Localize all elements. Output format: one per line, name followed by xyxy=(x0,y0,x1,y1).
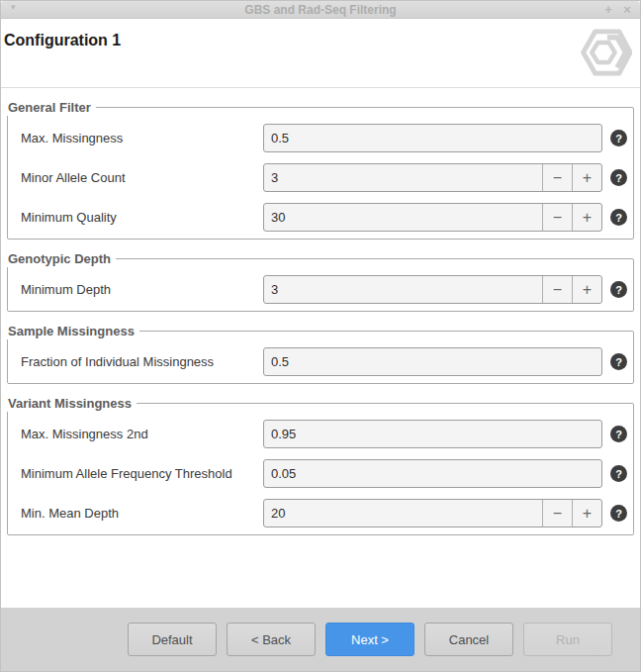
form-row-min-mean-depth: Min. Mean Depth − + ? xyxy=(14,499,627,528)
default-button[interactable]: Default xyxy=(128,623,217,656)
help-icon[interactable]: ? xyxy=(610,353,627,370)
max-missingness-2nd-field xyxy=(263,420,602,448)
run-button: Run xyxy=(523,623,612,656)
titlebar: ▾ GBS and Rad-Seq Filtering + × xyxy=(1,1,640,19)
field-label: Minor Allele Count xyxy=(14,170,263,185)
minor-allele-count-spinbox: − + xyxy=(263,163,602,192)
help-icon[interactable]: ? xyxy=(610,130,627,146)
min-allele-frequency-threshold-field xyxy=(263,459,602,488)
form-content: General Filter Max. Missingness ? Minor … xyxy=(1,88,640,608)
form-row-max-missingness: Max. Missingness ? xyxy=(14,124,627,152)
form-row-minimum-depth: Minimum Depth − + ? xyxy=(14,275,627,304)
minimum-depth-spinbox: − + xyxy=(263,275,602,304)
help-icon[interactable]: ? xyxy=(610,505,627,522)
min-mean-depth-input[interactable] xyxy=(264,500,542,527)
form-row-max-missingness-2nd: Max. Missingness 2nd ? xyxy=(14,420,627,448)
group-legend: Variant Missingness xyxy=(7,395,137,412)
increment-button[interactable]: + xyxy=(572,204,601,231)
form-row-minimum-quality: Minimum Quality − + ? xyxy=(14,203,627,232)
max-missingness-field xyxy=(263,124,602,152)
help-icon[interactable]: ? xyxy=(610,281,627,298)
maximize-icon[interactable]: + xyxy=(600,1,616,19)
increment-button[interactable]: + xyxy=(572,500,601,527)
decrement-button[interactable]: − xyxy=(542,276,572,303)
field-label: Minimum Quality xyxy=(14,210,263,225)
field-label: Minimum Allele Frequency Threshold xyxy=(14,466,263,481)
group-legend: Genotypic Depth xyxy=(7,250,116,267)
group-legend: Sample Missingness xyxy=(7,323,139,339)
group-genotypic-depth: Genotypic Depth Minimum Depth − + ? xyxy=(7,258,634,312)
fraction-individual-missingness-input[interactable] xyxy=(264,348,601,375)
next-button[interactable]: Next > xyxy=(325,623,414,656)
help-icon[interactable]: ? xyxy=(610,465,627,482)
minimum-quality-spinbox: − + xyxy=(263,203,602,232)
group-variant-missingness: Variant Missingness Max. Missingness 2nd… xyxy=(7,403,634,535)
group-legend: General Filter xyxy=(7,99,96,116)
close-icon[interactable]: × xyxy=(619,1,635,19)
form-row-min-allele-frequency-threshold: Minimum Allele Frequency Threshold ? xyxy=(14,459,627,488)
decrement-button[interactable]: − xyxy=(542,204,572,231)
form-row-minor-allele-count: Minor Allele Count − + ? xyxy=(14,163,627,192)
increment-button[interactable]: + xyxy=(572,164,601,191)
back-button[interactable]: < Back xyxy=(227,623,316,656)
window-title: GBS and Rad-Seq Filtering xyxy=(1,1,640,19)
max-missingness-input[interactable] xyxy=(264,125,601,151)
hexagon-logo-icon xyxy=(581,25,632,84)
min-mean-depth-spinbox: − + xyxy=(263,499,602,528)
button-bar: Default < Back Next > Cancel Run xyxy=(1,608,640,671)
cancel-button[interactable]: Cancel xyxy=(424,623,513,656)
help-icon[interactable]: ? xyxy=(610,426,627,442)
field-label: Minimum Depth xyxy=(14,282,263,297)
group-sample-missingness: Sample Missingness Fraction of Individua… xyxy=(7,331,634,384)
fraction-individual-missingness-field xyxy=(263,347,602,376)
field-label: Max. Missingness 2nd xyxy=(14,427,263,441)
group-general-filter: General Filter Max. Missingness ? Minor … xyxy=(7,107,634,240)
page-title: Configuration 1 xyxy=(4,32,121,49)
field-label: Max. Missingness xyxy=(14,131,263,145)
minimum-depth-input[interactable] xyxy=(264,276,542,303)
minimum-quality-input[interactable] xyxy=(264,204,542,231)
help-icon[interactable]: ? xyxy=(610,209,627,226)
decrement-button[interactable]: − xyxy=(542,164,572,191)
form-row-fraction-individual-missingness: Fraction of Individual Missingness ? xyxy=(14,347,627,376)
increment-button[interactable]: + xyxy=(572,276,601,303)
decrement-button[interactable]: − xyxy=(542,500,572,527)
help-icon[interactable]: ? xyxy=(610,169,627,186)
max-missingness-2nd-input[interactable] xyxy=(264,421,601,447)
minor-allele-count-input[interactable] xyxy=(264,164,542,191)
min-allele-frequency-threshold-input[interactable] xyxy=(264,460,601,487)
dialog-header: Configuration 1 xyxy=(1,19,640,88)
field-label: Fraction of Individual Missingness xyxy=(14,354,263,369)
field-label: Min. Mean Depth xyxy=(14,506,263,521)
dialog-window: ▾ GBS and Rad-Seq Filtering + × Configur… xyxy=(0,0,641,672)
